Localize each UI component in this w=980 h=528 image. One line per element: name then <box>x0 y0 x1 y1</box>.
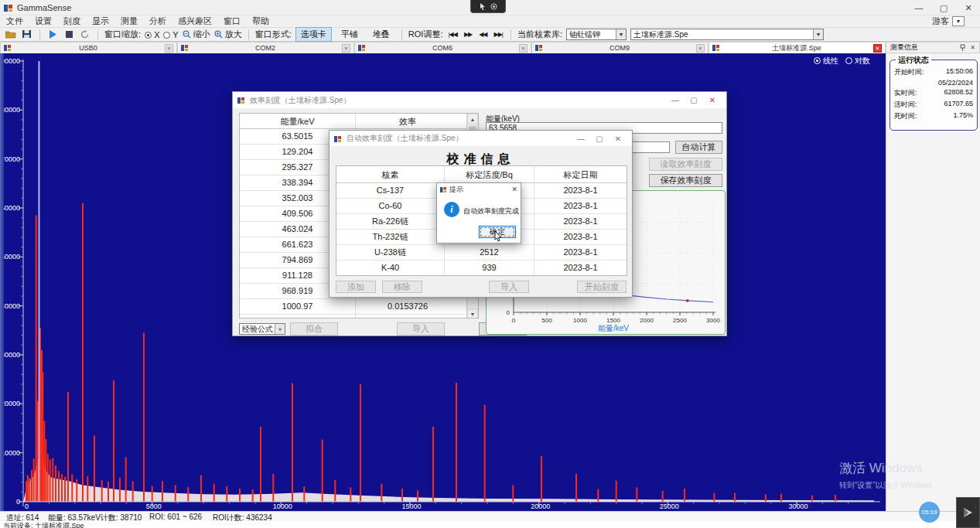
table-row[interactable]: K-409392023-8-1 <box>336 261 627 276</box>
minimize-icon[interactable]: — <box>572 135 590 143</box>
formula-select[interactable]: 经验公式∨ <box>239 323 285 335</box>
start-button[interactable] <box>46 29 59 40</box>
open-file-button[interactable] <box>5 29 17 40</box>
scroll-up-icon[interactable]: ▲ <box>467 114 478 124</box>
zoom-x-radio[interactable]: X <box>145 30 159 39</box>
close-icon[interactable]: ✕ <box>609 135 627 143</box>
close-icon[interactable]: ✕ <box>511 186 517 193</box>
maximize-icon[interactable]: ▢ <box>685 96 703 104</box>
log-radio[interactable]: 对数 <box>845 56 870 66</box>
auto-calc-button[interactable]: 自动计算 <box>675 141 722 154</box>
app-icon <box>237 96 246 104</box>
menu-item-7[interactable]: 窗口 <box>224 15 241 27</box>
close-icon[interactable]: ✕ <box>957 0 980 15</box>
minimize-icon[interactable]: — <box>666 96 685 104</box>
tab-USB0[interactable]: USB0✕ <box>0 42 177 53</box>
screen-recorder-bar[interactable] <box>470 0 506 13</box>
messagebox-title: 提示 <box>449 185 511 195</box>
tab-COM9[interactable]: COM9✕ <box>531 42 709 53</box>
mode-tab-button[interactable]: 选项卡 <box>295 27 332 42</box>
table-cell: 2023-8-1 <box>534 199 627 213</box>
minimize-icon[interactable]: — <box>907 0 930 15</box>
separator <box>510 29 511 40</box>
tab-close-icon[interactable]: ✕ <box>696 44 705 53</box>
close-panel-icon[interactable]: ✕ <box>970 44 975 51</box>
column-header: 效率 <box>356 114 459 128</box>
measure-panel-title: 测量信息 <box>890 43 955 53</box>
roi-first-button[interactable]: |◀◀ <box>446 31 458 38</box>
run-status-row: 死时间:1.75% <box>890 110 977 121</box>
chevron-down-icon[interactable]: ▼ <box>616 29 626 39</box>
start-calibration-button[interactable]: 开始刻度 <box>577 281 627 293</box>
tab-bar: USB0✕COM2✕COM6✕COM9✕土壤标准源.Spe✕ <box>0 42 886 53</box>
video-player-overlay[interactable]: ⋮ <box>956 497 980 528</box>
roi-forward-button[interactable]: ▶▶ <box>463 31 473 38</box>
table-row[interactable]: 1000.970.0153726 <box>240 299 478 315</box>
fit-button[interactable]: 拟合 <box>290 322 338 336</box>
run-status-value: 15:50:06 <box>946 67 973 77</box>
read-calibration-button[interactable]: 读取效率刻度 <box>649 158 722 171</box>
svg-text:1500: 1500 <box>606 317 620 324</box>
remove-button[interactable]: 移除 <box>382 281 422 293</box>
table-row[interactable]: U-238链25122023-8-1 <box>336 245 627 261</box>
scroll-down-icon[interactable]: ▼ <box>467 308 478 319</box>
app-icon <box>440 186 447 193</box>
tab-COM2[interactable]: COM2✕ <box>177 42 354 53</box>
radio-icon <box>814 57 821 64</box>
dialog-title: 自动效率刻度（土壤标准源.Spe） <box>347 133 572 144</box>
run-status-row: 实时间:62808.52 <box>890 87 977 98</box>
efficiency-dialog-titlebar[interactable]: 效率刻度（土壤标准源.Spe） — ▢ ✕ <box>233 92 726 108</box>
table-row[interactable]: 1120.290.0141032 <box>240 315 478 319</box>
roi-adjust-label: ROI调整: <box>408 29 443 40</box>
save-calibration-button[interactable]: 保存效率刻度 <box>649 174 722 187</box>
tab-close-icon[interactable]: ✕ <box>342 44 350 53</box>
menu-bar: 文件设置刻度显示测量分析感兴趣区窗口帮助 <box>0 15 980 27</box>
app-icon <box>4 44 12 52</box>
add-button[interactable]: 添加 <box>336 281 376 293</box>
maximize-icon[interactable]: ▢ <box>590 135 609 143</box>
current-spectrum-select[interactable]: 土壤标准源.Spe▼ <box>630 29 824 40</box>
menu-item-6[interactable]: 感兴趣区 <box>178 15 212 27</box>
menu-item-0[interactable]: 文件 <box>6 15 23 27</box>
run-status-label: 开始时间: <box>894 67 924 77</box>
roi-back-button[interactable]: ◀◀ <box>477 31 488 38</box>
tab-close-icon[interactable]: ✕ <box>519 44 528 53</box>
user-box[interactable]: 游客 ▼ <box>932 15 965 27</box>
tab-close-icon[interactable]: ✕ <box>165 44 173 53</box>
zoom-out-button[interactable]: 缩小 <box>183 29 210 40</box>
table-cell: 2023-8-1 <box>534 183 627 198</box>
save-button[interactable] <box>21 29 33 40</box>
recording-timer[interactable]: 05:19 <box>919 502 940 523</box>
import-button[interactable]: 导入 <box>397 322 445 336</box>
menu-item-4[interactable]: 测量 <box>121 15 138 27</box>
menu-item-8[interactable]: 帮助 <box>252 15 269 27</box>
record-icon <box>490 3 497 10</box>
magnifier-plus-icon <box>214 30 223 39</box>
refresh-button[interactable] <box>79 29 91 40</box>
zoom-y-radio[interactable]: Y <box>163 30 178 39</box>
chevron-down-icon[interactable]: ▼ <box>813 29 823 39</box>
tab-close-icon[interactable]: ✕ <box>873 44 882 53</box>
mode-tile-button[interactable]: 平铺 <box>336 27 364 42</box>
nuclide-library-select[interactable]: 铀钍镭钾▼ <box>566 29 627 40</box>
import-button[interactable]: 导入 <box>489 281 529 293</box>
tab-土壤标准源.Spe[interactable]: 土壤标准源.Spe✕ <box>709 42 886 53</box>
menu-item-3[interactable]: 显示 <box>92 15 109 27</box>
messagebox-text: 自动效率刻度完成 <box>463 206 519 216</box>
pin-icon[interactable] <box>959 44 966 51</box>
stop-button[interactable] <box>63 29 75 40</box>
auto-dialog-titlebar[interactable]: 自动效率刻度（土壤标准源.Spe） — ▢ ✕ <box>330 131 632 146</box>
maximize-icon[interactable]: ▢ <box>932 0 955 15</box>
zoom-in-button[interactable]: 放大 <box>214 29 242 40</box>
linear-radio[interactable]: 线性 <box>814 56 838 66</box>
tab-COM6[interactable]: COM6✕ <box>354 42 531 53</box>
messagebox-titlebar[interactable]: 提示 ✕ <box>437 183 521 196</box>
roi-last-button[interactable]: ▶▶| <box>493 31 504 38</box>
menu-item-2[interactable]: 刻度 <box>63 15 80 27</box>
close-icon[interactable]: ✕ <box>703 96 722 104</box>
menu-item-5[interactable]: 分析 <box>149 15 166 27</box>
user-dropdown-icon[interactable]: ▼ <box>952 16 965 26</box>
mode-stack-button[interactable]: 堆叠 <box>367 27 395 42</box>
menu-item-1[interactable]: 设置 <box>35 15 52 27</box>
user-name: 游客 <box>932 15 949 27</box>
